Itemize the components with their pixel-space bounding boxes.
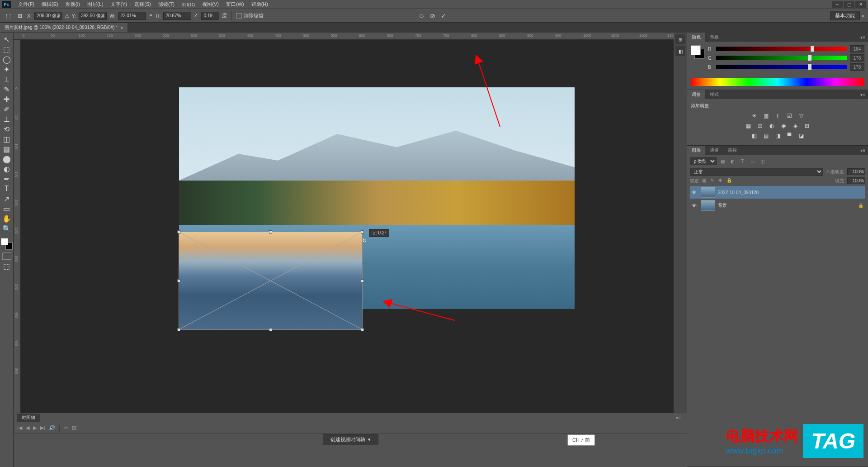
menu-image[interactable]: 图像(I) [62, 1, 84, 8]
layer-item-1[interactable]: 👁 背景 🔒 [690, 199, 865, 212]
transform-handle-l[interactable] [177, 279, 180, 282]
b-slider[interactable] [716, 65, 847, 69]
menu-filter[interactable]: 滤镜(T) [155, 1, 178, 8]
screenmode-icon[interactable]: ⬚ [2, 262, 11, 270]
color-panel-menu-icon[interactable]: ▾≡ [858, 35, 868, 40]
document-tab[interactable]: 图片素材.jpeg @ 100% (2022-10-04_093128, RGB… [0, 23, 127, 32]
eraser-tool-icon[interactable]: ◫ [1, 134, 12, 144]
g-value[interactable] [850, 54, 864, 62]
close-button[interactable]: ✕ [855, 1, 866, 8]
layer-name[interactable]: 背景 [718, 202, 855, 209]
photo-filter-icon[interactable]: ◉ [779, 122, 788, 130]
g-slider[interactable] [716, 56, 847, 60]
layer-item-0[interactable]: 👁 2022-10-04_093128 [690, 186, 865, 199]
transform-bounding-box[interactable] [179, 232, 362, 329]
delta-icon[interactable]: △ [65, 13, 69, 19]
transform-handle-r[interactable] [361, 279, 364, 282]
zoom-tool-icon[interactable]: 🔍 [1, 224, 12, 234]
crop-tool-icon[interactable]: ⟂ [1, 74, 12, 84]
tab-adjustments[interactable]: 调整 [687, 90, 705, 99]
timeline-next-icon[interactable]: ▶| [40, 425, 45, 431]
lock-image-icon[interactable]: ✎ [710, 178, 717, 184]
timeline-tab[interactable]: 时间轴 [17, 414, 40, 422]
w-input[interactable] [118, 12, 146, 20]
menu-3d[interactable]: 3D(D) [178, 2, 198, 7]
layer-name[interactable]: 2022-10-04_093128 [718, 190, 863, 195]
commit-transform-icon[interactable]: ✓ [441, 12, 446, 19]
tab-channels[interactable]: 通道 [705, 146, 723, 155]
color-spectrum[interactable] [691, 78, 864, 86]
timeline-audio-icon[interactable]: 🔊 [49, 425, 55, 431]
layer-visibility-icon[interactable]: 👁 [692, 190, 698, 195]
antialias-checkbox[interactable]: 消除锯齿 [236, 12, 264, 19]
lock-position-icon[interactable]: ✥ [718, 178, 725, 184]
r-slider[interactable] [716, 47, 847, 51]
transform-handle-br[interactable] [361, 328, 364, 331]
shape-tool-icon[interactable]: ▭ [1, 204, 12, 214]
workspace-select[interactable]: 基本功能 [830, 11, 860, 20]
transform-handle-tl[interactable] [177, 230, 180, 234]
gradient-tool-icon[interactable]: ▦ [1, 144, 12, 154]
tab-layers[interactable]: 图层 [687, 146, 705, 155]
lookup-icon[interactable]: ⊞ [802, 122, 811, 130]
hand-tool-icon[interactable]: ✋ [1, 214, 12, 224]
transform-handle-tr[interactable] [361, 230, 364, 234]
r-value[interactable] [850, 45, 864, 52]
move-tool-icon[interactable]: ↖ [1, 34, 12, 44]
menu-layer[interactable]: 图层(L) [84, 1, 107, 8]
lock-all-icon[interactable]: 🔒 [726, 178, 733, 184]
bw-icon[interactable]: ◐ [767, 122, 776, 130]
hue-icon[interactable]: ▦ [744, 122, 753, 130]
type-tool-icon[interactable]: T [1, 184, 12, 194]
menu-window[interactable]: 窗口(W) [222, 1, 248, 8]
pen-tool-icon[interactable]: ✒ [1, 174, 12, 184]
channel-mixer-icon[interactable]: ◈ [791, 122, 800, 130]
marquee-tool-icon[interactable]: ⬚ [1, 44, 12, 54]
h-input[interactable] [163, 12, 191, 20]
b-value[interactable] [850, 63, 864, 71]
vibrance-icon[interactable]: ▽ [797, 112, 806, 120]
history-brush-tool-icon[interactable]: ⟲ [1, 124, 12, 134]
link-icon[interactable]: ⚭ [149, 13, 153, 19]
brightness-icon[interactable]: ☀ [750, 112, 759, 120]
filter-text-icon[interactable]: T [738, 158, 746, 165]
lasso-tool-icon[interactable]: ◯ [1, 54, 12, 64]
balance-icon[interactable]: ⚖ [755, 122, 764, 130]
menu-file[interactable]: 文件(F) [14, 1, 38, 8]
curves-icon[interactable]: ⫯ [773, 112, 782, 120]
tab-paths[interactable]: 路径 [723, 146, 741, 155]
brush-tool-icon[interactable]: ✐ [1, 104, 12, 114]
menu-edit[interactable]: 编辑(E) [38, 1, 62, 8]
threshold-icon[interactable]: ◨ [773, 132, 782, 140]
timeline-play-icon[interactable]: ▶ [33, 425, 37, 431]
levels-icon[interactable]: ▥ [761, 112, 770, 120]
filter-smart-icon[interactable]: ◫ [758, 158, 766, 165]
posterize-icon[interactable]: ▤ [761, 132, 770, 140]
canvas[interactable]: ⊿: 0.2° ↻ [21, 40, 687, 449]
angle-input[interactable] [201, 12, 219, 20]
layer-thumbnail[interactable] [701, 187, 715, 198]
tab-styles[interactable]: 样式 [705, 90, 723, 99]
layer-visibility-icon[interactable]: 👁 [692, 203, 698, 208]
filter-pixel-icon[interactable]: ▦ [718, 158, 726, 165]
menu-view[interactable]: 视图(V) [198, 1, 222, 8]
properties-panel-icon[interactable]: ◧ [675, 46, 685, 56]
opacity-input[interactable] [847, 168, 865, 175]
document-tab-close-icon[interactable]: × [120, 25, 123, 30]
menu-help[interactable]: 帮助(H) [248, 1, 272, 8]
filter-adjust-icon[interactable]: ◐ [728, 158, 736, 165]
history-panel-icon[interactable]: ⊞ [675, 34, 685, 44]
invert-icon[interactable]: ◧ [750, 132, 759, 140]
x-input[interactable] [34, 12, 62, 20]
maximize-button[interactable]: ▢ [844, 1, 854, 8]
color-swatches[interactable] [1, 238, 13, 250]
create-timeline-button[interactable]: 创建视频时间轴▾ [323, 434, 378, 445]
timeline-transition-icon[interactable]: ▧ [72, 425, 76, 431]
y-input[interactable] [79, 12, 107, 20]
filter-shape-icon[interactable]: ▭ [748, 158, 756, 165]
warp-mode-icon[interactable]: ☺ [418, 12, 425, 19]
foreground-color-swatch[interactable] [1, 238, 8, 245]
layer-thumbnail[interactable] [701, 200, 715, 211]
exposure-icon[interactable]: ☑ [785, 112, 794, 120]
menu-select[interactable]: 选择(S) [131, 1, 155, 8]
